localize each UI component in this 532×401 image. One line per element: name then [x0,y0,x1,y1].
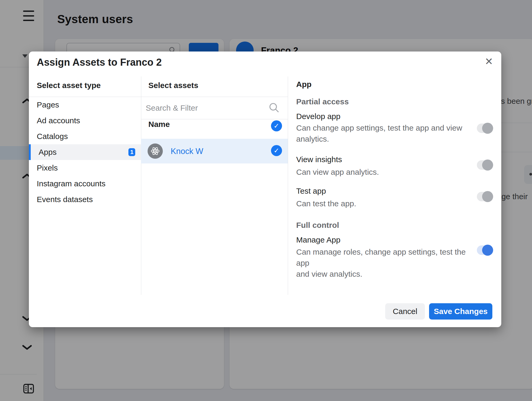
cancel-button[interactable]: Cancel [385,303,425,320]
perm-label-develop-app: Develop app [296,112,340,121]
chevron-down-icon[interactable] [22,344,32,351]
permissions-header: App [296,80,311,89]
search-icon [268,102,280,114]
hamburger-menu-icon[interactable] [23,11,34,21]
select-all-checkbox[interactable]: ✓ [271,120,282,131]
page-title: System users [57,13,133,26]
perm-desc-manage-app: Can manage roles, change app settings, t… [296,246,470,280]
assign-assets-dialog: Assign Assets to Franco 2 ✕ Select asset… [29,52,501,327]
asset-row-knock-w[interactable]: Knock W ✓ [141,139,288,163]
dialog-title: Assign Assets to Franco 2 [37,57,162,68]
column-separator [141,76,141,295]
asset-type-apps[interactable]: Apps1 [29,144,141,160]
perm-label-manage-app: Manage App [296,235,340,244]
table-row-divider [499,152,532,152]
app-avatar [148,143,163,159]
perm-desc-test-app: Can test the app. [296,198,470,209]
asset-type-catalogs[interactable]: Catalogs [29,128,141,144]
asset-checkbox[interactable]: ✓ [271,145,282,156]
perm-desc-develop-app: Can change app settings, test the app an… [296,122,470,145]
toggle-view-insights[interactable] [477,160,493,170]
close-icon[interactable]: ✕ [481,54,497,69]
perm-label-test-app: Test app [296,187,326,196]
atom-icon [150,146,160,156]
asset-type-ad-accounts[interactable]: Ad accounts [29,113,141,128]
caret-down-icon[interactable] [22,54,28,58]
table-row-divider [499,123,532,123]
toggle-test-app[interactable] [477,192,493,201]
section-title-full-control: Full control [296,221,339,230]
asset-type-events-datasets[interactable]: Events datasets [29,192,141,207]
name-column-header: Name [148,120,170,129]
granted-text-fragment: as been gr [497,97,532,106]
save-changes-button[interactable]: Save Changes [429,303,492,320]
screen: System users Franco 2 as been gr age the… [0,0,532,401]
toggle-manage-app[interactable] [477,245,493,255]
section-title-partial-access: Partial access [296,97,349,106]
collapse-sidebar-icon[interactable] [23,383,35,395]
perm-desc-view-insights: Can view app analytics. [296,167,470,178]
search-divider [141,119,288,119]
column-separator [288,76,288,295]
perm-label-view-insights: View insights [296,155,342,164]
selected-count-badge: 1 [128,148,135,156]
asset-type-instagram-accounts[interactable]: Instagram accounts [29,176,141,192]
asset-type-list: Pages Ad accounts Catalogs Apps1 Pixels … [29,97,141,207]
select-assets-header: Select assets [148,81,198,90]
asset-name: Knock W [171,147,203,156]
toggle-develop-app[interactable] [477,124,493,133]
sidebar-divider [0,374,37,374]
asset-type-header: Select asset type [37,81,101,90]
more-options-button[interactable] [524,165,532,184]
asset-type-pages[interactable]: Pages [29,97,141,113]
search-filter-input[interactable] [145,100,266,116]
manage-text-fragment: age their [497,192,528,201]
asset-type-pixels[interactable]: Pixels [29,160,141,176]
